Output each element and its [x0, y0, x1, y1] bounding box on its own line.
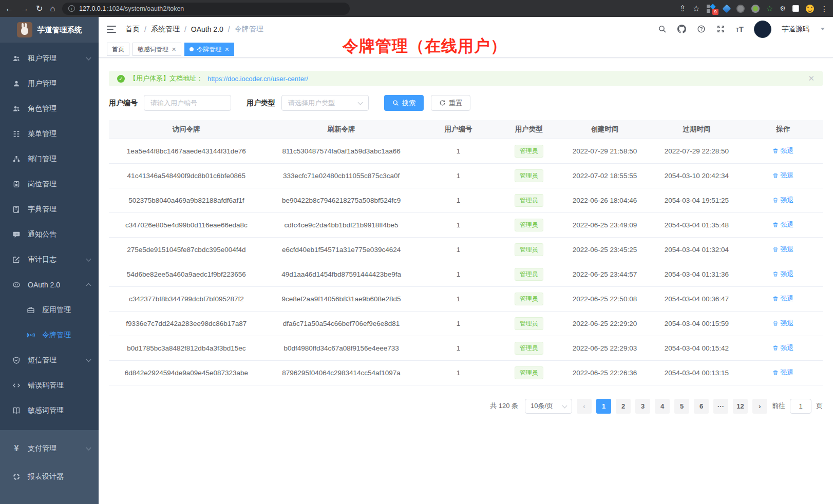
sidebar-item-label: 通知公告	[28, 230, 56, 239]
page-button[interactable]: ···	[713, 399, 728, 414]
forward-icon[interactable]: →	[21, 5, 29, 13]
reset-button[interactable]: 重置	[431, 95, 470, 111]
close-icon[interactable]: ✕	[172, 46, 176, 53]
search-button[interactable]: 搜索	[384, 95, 424, 111]
sidebar-item-oauth-token[interactable]: A 令牌管理	[0, 322, 99, 347]
sidebar-item-pay[interactable]: ¥ 支付管理	[0, 434, 99, 462]
help-icon[interactable]	[697, 25, 706, 34]
tag-label: 敏感词管理	[138, 45, 168, 54]
square-extension-icon[interactable]	[792, 5, 799, 12]
puzzle-extensions-icon[interactable]: ⚙	[780, 5, 786, 12]
access-token-cell: 1ea5e44f8bc1467aaede43144f31de76	[109, 139, 264, 163]
sidebar-item-sensitive-word[interactable]: 敏感词管理	[0, 398, 99, 423]
user-id-input[interactable]	[144, 95, 231, 111]
sidebar-item-label: 角色管理	[28, 104, 56, 113]
page-button[interactable]: 4	[655, 399, 670, 414]
force-logout-button[interactable]: 强退	[772, 343, 793, 353]
browser-menu-icon[interactable]: ⋮	[821, 5, 828, 13]
sidebar-item-menu[interactable]: 菜单管理	[0, 121, 99, 146]
gray-extension-icon[interactable]	[736, 5, 745, 13]
page-button[interactable]: 5	[674, 399, 689, 414]
sidebar-item-notice[interactable]: 通知公告	[0, 222, 99, 247]
diamond-extension-icon[interactable]	[722, 4, 731, 13]
user-type-badge: 管理员	[515, 194, 543, 207]
bookmark-star-icon[interactable]: ☆	[693, 5, 700, 13]
profile-avatar-icon[interactable]	[806, 5, 814, 13]
tag-label: 令牌管理	[197, 45, 221, 54]
extension-cluster-icon[interactable]: 9	[707, 4, 717, 13]
url-host: 127.0.0.1	[79, 5, 106, 12]
alert-close-icon[interactable]: ✕	[808, 74, 815, 83]
close-icon[interactable]: ✕	[224, 46, 229, 53]
sidebar-item-post[interactable]: 岗位管理	[0, 171, 99, 197]
alert-doc-link[interactable]: https://doc.iocoder.cn/user-center/	[207, 75, 308, 83]
site-info-icon[interactable]: i	[68, 5, 75, 12]
breadcrumb-home[interactable]: 首页	[125, 25, 140, 34]
page-size-select[interactable]: 10条/页	[525, 399, 572, 414]
sidebar-item-label: 部门管理	[28, 154, 56, 164]
green-extension-icon[interactable]	[751, 5, 760, 13]
expire-time-cell: 2054-03-10 20:42:34	[650, 163, 744, 188]
browser-toolbar: ← → ↻ ⌂ i 127.0.0.1:1024/system/oauth2/t…	[0, 0, 833, 17]
collapse-sidebar-icon[interactable]	[107, 26, 116, 33]
refresh-token-cell: cdfc4ce9c2da4bb1bdf21b9918ff4be5	[264, 212, 419, 237]
sidebar-item-audit-log[interactable]: 审计日志	[0, 247, 99, 272]
sidebar-item-role[interactable]: 角色管理	[0, 96, 99, 121]
tag-home[interactable]: 首页	[107, 43, 129, 56]
page-button[interactable]: 12	[733, 399, 748, 414]
user-menu-caret-icon[interactable]	[821, 28, 825, 30]
reload-icon[interactable]: ↻	[36, 5, 43, 13]
next-page-button[interactable]: ›	[752, 399, 767, 414]
star-extension-icon[interactable]: ☆	[766, 5, 773, 12]
expire-time-cell: 2022-07-29 22:28:50	[650, 139, 744, 163]
sidebar-item-sms[interactable]: 短信管理	[0, 347, 99, 373]
breadcrumb-system[interactable]: 系统管理	[151, 25, 180, 34]
page-button[interactable]: 2	[616, 399, 631, 414]
sidebar-item-oauth[interactable]: OAuth 2.0	[0, 272, 99, 297]
sidebar-item-label: 应用管理	[42, 305, 71, 315]
sidebar-item-dept[interactable]: 部门管理	[0, 146, 99, 171]
force-logout-button[interactable]: 强退	[772, 196, 793, 205]
force-logout-button[interactable]: 强退	[772, 368, 793, 377]
sidebar-item-errorcode[interactable]: 错误码管理	[0, 373, 99, 398]
force-logout-button[interactable]: 强退	[772, 146, 793, 156]
refresh-token-cell: 811c530487574fa0af1a59d3abc1aa66	[264, 139, 419, 163]
github-icon[interactable]	[677, 25, 687, 34]
page-button[interactable]: 3	[635, 399, 650, 414]
col-access-token: 访问令牌	[109, 120, 264, 139]
force-logout-button[interactable]: 强退	[772, 319, 793, 328]
address-bar[interactable]: i 127.0.0.1:1024/system/oauth2/token	[62, 3, 350, 15]
page-button[interactable]: 1	[596, 399, 611, 414]
create-time-cell: 2022-06-25 23:45:25	[560, 237, 650, 262]
home-icon[interactable]: ⌂	[50, 5, 55, 13]
page-button[interactable]: 6	[694, 399, 709, 414]
sidebar-item-tenant[interactable]: 租户管理	[0, 46, 99, 71]
font-size-icon[interactable]: TT	[736, 25, 744, 33]
tag-token[interactable]: 令牌管理 ✕	[184, 43, 234, 56]
force-logout-button[interactable]: 强退	[772, 245, 793, 254]
breadcrumb-oauth[interactable]: OAuth 2.0	[191, 25, 223, 33]
shield-icon	[12, 356, 21, 364]
goto-page-input[interactable]	[790, 399, 811, 414]
expire-time-cell: 2054-03-04 19:51:25	[650, 188, 744, 212]
sidebar-item-user[interactable]: 用户管理	[0, 71, 99, 96]
user-type-select[interactable]: 请选择用户类型	[281, 95, 369, 111]
tag-sensitive-word[interactable]: 敏感词管理 ✕	[132, 43, 181, 56]
share-icon[interactable]: ⇪	[679, 5, 686, 13]
force-logout-button[interactable]: 强退	[772, 220, 793, 229]
user-type-badge: 管理员	[515, 243, 543, 256]
user-avatar[interactable]	[754, 21, 771, 38]
force-logout-button[interactable]: 强退	[772, 294, 793, 303]
force-logout-button[interactable]: 强退	[772, 171, 793, 180]
chevron-up-icon	[86, 283, 91, 288]
sidebar-item-dict[interactable]: 字典管理	[0, 197, 99, 222]
search-icon[interactable]	[658, 25, 667, 34]
prev-page-button[interactable]: ‹	[577, 399, 592, 414]
sidebar-item-report-designer[interactable]: 报表设计器	[0, 462, 99, 491]
fullscreen-icon[interactable]	[716, 25, 726, 34]
back-icon[interactable]: ←	[5, 5, 13, 13]
app-logo[interactable]: 芋道管理系统	[0, 17, 99, 43]
sidebar-item-oauth-app[interactable]: 应用管理	[0, 297, 99, 322]
user-id-cell: 1	[419, 262, 498, 286]
force-logout-button[interactable]: 强退	[772, 269, 793, 279]
